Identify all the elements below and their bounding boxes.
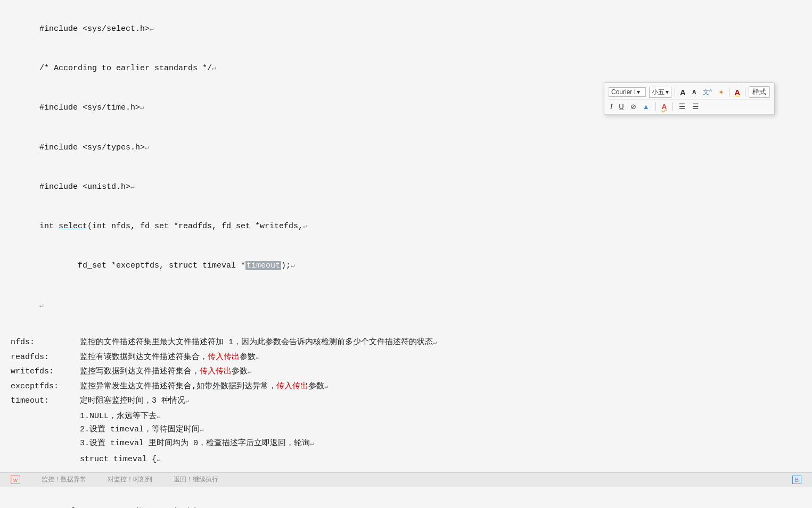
desc-row-struct: struct timeval {↵	[11, 452, 801, 467]
toolbar-divider-3	[745, 87, 745, 97]
exceptfds-return: ↵	[324, 383, 328, 390]
desc-row-writefds: writefds: 监控写数据到达文件描述符集合，传入传出参数↵	[11, 364, 801, 379]
toolbar-divider-1	[675, 87, 675, 97]
list-btn1[interactable]: ☰	[677, 102, 687, 111]
highlight-btn[interactable]: ▲	[641, 102, 651, 111]
nfds-text: 监控的文件描述符集里最大文件描述符加 1，因为此参数会告诉内核检测前多少个文件描…	[80, 336, 801, 349]
bottom-code-line-1: long tv_sec; /* seconds */↵	[43, 493, 801, 509]
readfds-text-b: 参数	[240, 353, 256, 362]
sub-item-3: 3.设置 timeval 里时间均为 0，检查描述字后立即返回，轮询↵	[80, 437, 801, 451]
decrease-font-btn[interactable]: A	[691, 88, 698, 96]
desc-row-readfds: readfds: 监控有读数据到达文件描述符集合，传入传出参数↵	[11, 350, 801, 365]
desc-row-nfds: nfds: 监控的文件描述符集里最大文件描述符加 1，因为此参数会告诉内核检测前…	[11, 335, 801, 350]
code-line-5: #include <unistd.h>↵	[11, 168, 801, 207]
readfds-link[interactable]: 传入传出	[208, 353, 240, 362]
sub-item-3-text: 3.设置 timeval 里时间均为 0，检查描述字后立即返回，轮询	[80, 439, 310, 448]
exceptfds-link-text: 传入传出	[276, 382, 308, 391]
readfds-label: readfds:	[11, 351, 80, 364]
sub-item-1-text: 1.NULL，永远等下去	[80, 412, 157, 421]
writefds-link-text: 传入传出	[200, 367, 232, 376]
writefds-link[interactable]: 传入传出	[200, 367, 232, 376]
sub1-return: ↵	[157, 413, 160, 420]
font-size-dropdown[interactable]: 小五 ▾	[649, 87, 671, 98]
code-line-1: #include <sys/select.h>↵	[11, 10, 801, 49]
toolbar-divider-4	[655, 102, 656, 111]
sub-item-1: 1.NULL，永远等下去↵	[80, 410, 801, 423]
code-line-4: #include <sys/types.h>↵	[11, 128, 801, 168]
toolbar-divider-5	[672, 102, 673, 111]
font-btn[interactable]: 文A	[701, 87, 713, 97]
exceptfds-text-b: 参数	[308, 382, 324, 391]
special-star-btn[interactable]: ✦	[717, 88, 726, 97]
code-text-5: #include <unistd.h>	[39, 182, 130, 191]
struct-text: struct timeval {↵	[80, 453, 801, 467]
exceptfds-link[interactable]: 传入传出	[276, 382, 308, 391]
code-block-bottom: long tv_sec; /* seconds */↵ long tv_usec…	[0, 487, 812, 509]
main-container: #include <sys/select.h>↵ /* According to…	[0, 0, 812, 508]
return-1: ↵	[150, 25, 154, 33]
strikethrough-btn[interactable]: ⊘	[629, 102, 638, 111]
return-6: ↵	[303, 222, 307, 230]
toolbar-divider-2	[729, 87, 729, 97]
code-line-8: ↵	[11, 286, 801, 326]
toolbar-row-2: I U ⊘ ▲ A ☰ ☰	[609, 101, 770, 112]
font-name-dropdown[interactable]: Courier I ▾	[609, 87, 646, 97]
divider-item-2: 对监控！时刻到	[108, 475, 152, 484]
nfds-label: nfds:	[11, 336, 80, 349]
return-5: ↵	[130, 183, 135, 191]
floating-toolbar: Courier I ▾ 小五 ▾ A A 文A ✦ A 样式 I U	[604, 82, 775, 115]
sub-item-2: 2.设置 timeval，等待固定时间↵	[80, 423, 801, 437]
font-color-btn2[interactable]: A	[660, 102, 668, 111]
divider-item-3: 返回！继续执行	[174, 475, 218, 484]
code-params: (int nfds, fd_set *readfds, fd_set *writ…	[87, 222, 303, 231]
code-line-6: int select(int nfds, fd_set *readfds, fd…	[11, 207, 801, 246]
toolbar-row-1: Courier I ▾ 小五 ▾ A A 文A ✦ A 样式	[609, 85, 770, 99]
sub-list: 1.NULL，永远等下去↵ 2.设置 timeval，等待固定时间↵ 3.设置 …	[80, 410, 801, 451]
sub-item-2-text: 2.设置 timeval，等待固定时间	[80, 425, 200, 434]
code-text-3: #include <sys/time.h>	[39, 103, 140, 112]
writefds-text-b: 参数	[232, 367, 248, 376]
timeout-label: timeout:	[11, 394, 80, 408]
list-btn2[interactable]: ☰	[691, 102, 701, 111]
readfds-text: 监控有读数据到达文件描述符集合，传入传出参数↵	[80, 351, 801, 364]
struct-text-content: struct timeval {	[80, 455, 157, 464]
code-text-1: #include <sys/select.h>	[39, 24, 150, 34]
struct-return: ↵	[157, 456, 160, 463]
desc-row-timeout: timeout: 定时阻塞监控时间，3 种情况↵	[11, 394, 801, 409]
font-name-text: Courier I	[611, 88, 636, 96]
desc-row-exceptfds: exceptfds: 监控异常发生达文件描述符集合,如带外数据到达异常，传入传出…	[11, 379, 801, 394]
increase-font-btn[interactable]: A	[678, 87, 687, 97]
italic-btn[interactable]: I	[609, 102, 614, 111]
return-3: ↵	[140, 104, 144, 112]
return-7: ↵	[291, 262, 295, 270]
font-size-arrow: ▾	[666, 88, 669, 96]
desc-section: nfds: 监控的文件描述符集里最大文件描述符加 1，因为此参数会告诉内核检测前…	[11, 335, 801, 467]
code-timeout-highlight: timeout	[245, 261, 281, 270]
nfds-text-content: 监控的文件描述符集里最大文件描述符加 1，因为此参数会告诉内核检测前多少个文件描…	[80, 338, 433, 347]
readfds-link-text: 传入传出	[208, 353, 240, 362]
code-select: select	[59, 222, 87, 231]
struct-label	[11, 453, 80, 467]
code-line-7: fd_set *exceptfds, struct timeval *timeo…	[11, 247, 801, 286]
code-text-2: /* According to earlier standards */	[39, 64, 212, 73]
code-text-4: #include <sys/types.h>	[39, 143, 145, 152]
code-line7a: fd_set *exceptfds, struct timeval *	[39, 261, 245, 270]
font-size-text: 小五	[652, 88, 665, 97]
writefds-label: writefds:	[11, 365, 80, 379]
underline-btn[interactable]: U	[617, 102, 625, 111]
exceptfds-label: exceptfds:	[11, 380, 80, 394]
return-4: ↵	[145, 144, 149, 152]
sub3-return: ↵	[310, 440, 314, 447]
style-btn[interactable]: 样式	[749, 86, 770, 98]
divider-right-edge: B	[792, 476, 801, 484]
writefds-text: 监控写数据到达文件描述符集合，传入传出参数↵	[80, 365, 801, 379]
readfds-return: ↵	[256, 354, 259, 361]
font-color-btn[interactable]: A	[733, 87, 742, 97]
readfds-text-a: 监控有读数据到达文件描述符集合，	[80, 353, 208, 362]
timeout-text-content: 定时阻塞监控时间，3 种情况	[80, 396, 185, 405]
exceptfds-text-a: 监控异常发生达文件描述符集合,如带外数据到达异常，	[80, 382, 276, 391]
writefds-return: ↵	[248, 368, 251, 376]
code-line7b: );	[281, 261, 291, 270]
nfds-return: ↵	[433, 339, 437, 346]
timeout-return: ↵	[185, 397, 189, 405]
